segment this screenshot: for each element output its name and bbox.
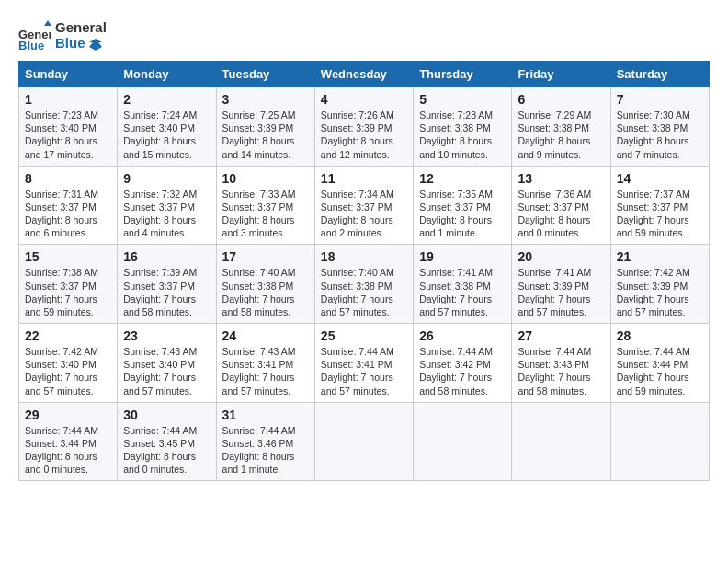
calendar-cell: 29 Sunrise: 7:44 AMSunset: 3:44 PMDaylig… <box>19 402 118 481</box>
calendar-header: SundayMondayTuesdayWednesdayThursdayFrid… <box>19 62 710 87</box>
calendar-table: SundayMondayTuesdayWednesdayThursdayFrid… <box>18 61 710 481</box>
calendar-cell: 23 Sunrise: 7:43 AMSunset: 3:40 PMDaylig… <box>118 324 216 403</box>
page-header: General Blue General Blue <box>18 18 710 52</box>
calendar-cell: 26 Sunrise: 7:44 AMSunset: 3:42 PMDaylig… <box>414 324 512 403</box>
weekday-sunday: Sunday <box>19 62 118 87</box>
weekday-saturday: Saturday <box>610 62 709 87</box>
day-number: 17 <box>222 249 309 264</box>
day-number: 13 <box>518 171 604 186</box>
day-number: 7 <box>617 92 703 107</box>
day-info: Sunrise: 7:42 AMSunset: 3:39 PMDaylight:… <box>617 266 703 318</box>
day-info: Sunrise: 7:42 AMSunset: 3:40 PMDaylight:… <box>25 345 111 397</box>
logo-blue: Blue <box>55 35 107 51</box>
calendar-cell: 6 Sunrise: 7:29 AMSunset: 3:38 PMDayligh… <box>512 87 610 167</box>
day-info: Sunrise: 7:25 AMSunset: 3:39 PMDaylight:… <box>222 109 309 161</box>
day-number: 9 <box>123 171 210 186</box>
calendar-cell: 17 Sunrise: 7:40 AMSunset: 3:38 PMDaylig… <box>216 245 314 324</box>
logo-bird-icon <box>89 38 102 51</box>
calendar-cell: 8 Sunrise: 7:31 AMSunset: 3:37 PMDayligh… <box>19 166 118 245</box>
week-row-3: 15 Sunrise: 7:38 AMSunset: 3:37 PMDaylig… <box>19 245 710 324</box>
day-number: 31 <box>222 408 309 422</box>
calendar-cell: 2 Sunrise: 7:24 AMSunset: 3:40 PMDayligh… <box>118 87 216 167</box>
day-number: 25 <box>321 328 407 343</box>
day-info: Sunrise: 7:44 AMSunset: 3:45 PMDaylight:… <box>123 424 210 477</box>
day-number: 18 <box>321 249 407 264</box>
logo-icon: General Blue <box>18 18 51 52</box>
calendar-cell <box>414 402 512 481</box>
calendar-cell: 19 Sunrise: 7:41 AMSunset: 3:38 PMDaylig… <box>414 245 512 324</box>
day-info: Sunrise: 7:34 AMSunset: 3:37 PMDaylight:… <box>321 188 407 240</box>
day-number: 15 <box>25 249 111 264</box>
calendar-cell: 12 Sunrise: 7:35 AMSunset: 3:37 PMDaylig… <box>414 166 512 245</box>
day-number: 24 <box>222 328 309 343</box>
day-info: Sunrise: 7:44 AMSunset: 3:44 PMDaylight:… <box>617 345 703 397</box>
day-number: 8 <box>25 171 111 186</box>
calendar-cell: 27 Sunrise: 7:44 AMSunset: 3:43 PMDaylig… <box>512 324 610 403</box>
calendar-cell: 21 Sunrise: 7:42 AMSunset: 3:39 PMDaylig… <box>610 245 709 324</box>
day-number: 30 <box>123 408 210 422</box>
day-number: 11 <box>321 171 407 186</box>
day-info: Sunrise: 7:35 AMSunset: 3:37 PMDaylight:… <box>419 188 506 240</box>
day-info: Sunrise: 7:43 AMSunset: 3:40 PMDaylight:… <box>123 345 210 397</box>
calendar-cell: 18 Sunrise: 7:40 AMSunset: 3:38 PMDaylig… <box>314 245 413 324</box>
calendar-cell: 14 Sunrise: 7:37 AMSunset: 3:37 PMDaylig… <box>610 166 709 245</box>
day-number: 3 <box>222 92 309 107</box>
calendar-cell: 10 Sunrise: 7:33 AMSunset: 3:37 PMDaylig… <box>216 166 314 245</box>
calendar-cell: 11 Sunrise: 7:34 AMSunset: 3:37 PMDaylig… <box>314 166 413 245</box>
calendar-cell: 5 Sunrise: 7:28 AMSunset: 3:38 PMDayligh… <box>414 87 512 167</box>
day-info: Sunrise: 7:44 AMSunset: 3:41 PMDaylight:… <box>321 345 407 397</box>
calendar-cell: 20 Sunrise: 7:41 AMSunset: 3:39 PMDaylig… <box>512 245 610 324</box>
calendar-body: 1 Sunrise: 7:23 AMSunset: 3:40 PMDayligh… <box>19 87 710 481</box>
week-row-4: 22 Sunrise: 7:42 AMSunset: 3:40 PMDaylig… <box>19 324 710 403</box>
calendar-cell: 28 Sunrise: 7:44 AMSunset: 3:44 PMDaylig… <box>610 324 709 403</box>
day-number: 1 <box>25 92 111 107</box>
weekday-header-row: SundayMondayTuesdayWednesdayThursdayFrid… <box>19 62 710 87</box>
weekday-friday: Friday <box>512 62 610 87</box>
day-number: 26 <box>419 328 506 343</box>
weekday-wednesday: Wednesday <box>314 62 413 87</box>
day-info: Sunrise: 7:30 AMSunset: 3:38 PMDaylight:… <box>617 109 703 161</box>
day-info: Sunrise: 7:38 AMSunset: 3:37 PMDaylight:… <box>25 266 111 318</box>
weekday-tuesday: Tuesday <box>216 62 314 87</box>
day-info: Sunrise: 7:24 AMSunset: 3:40 PMDaylight:… <box>123 109 210 161</box>
calendar-cell <box>314 402 413 481</box>
day-number: 10 <box>222 171 309 186</box>
day-info: Sunrise: 7:44 AMSunset: 3:42 PMDaylight:… <box>419 345 506 397</box>
day-info: Sunrise: 7:32 AMSunset: 3:37 PMDaylight:… <box>123 188 210 240</box>
calendar-cell <box>512 402 610 481</box>
calendar-cell: 15 Sunrise: 7:38 AMSunset: 3:37 PMDaylig… <box>19 245 118 324</box>
day-number: 2 <box>123 92 210 107</box>
day-number: 16 <box>123 249 210 264</box>
day-info: Sunrise: 7:28 AMSunset: 3:38 PMDaylight:… <box>419 109 506 161</box>
svg-marker-3 <box>89 39 102 51</box>
weekday-monday: Monday <box>118 62 216 87</box>
day-number: 29 <box>25 408 111 422</box>
day-number: 27 <box>518 328 604 343</box>
day-number: 6 <box>518 92 604 107</box>
day-info: Sunrise: 7:41 AMSunset: 3:39 PMDaylight:… <box>518 266 604 318</box>
day-info: Sunrise: 7:26 AMSunset: 3:39 PMDaylight:… <box>321 109 407 161</box>
week-row-2: 8 Sunrise: 7:31 AMSunset: 3:37 PMDayligh… <box>19 166 710 245</box>
day-info: Sunrise: 7:37 AMSunset: 3:37 PMDaylight:… <box>617 188 703 240</box>
day-info: Sunrise: 7:41 AMSunset: 3:38 PMDaylight:… <box>419 266 506 318</box>
day-info: Sunrise: 7:31 AMSunset: 3:37 PMDaylight:… <box>25 188 111 240</box>
logo: General Blue General Blue <box>18 18 107 52</box>
weekday-thursday: Thursday <box>414 62 512 87</box>
calendar-cell: 22 Sunrise: 7:42 AMSunset: 3:40 PMDaylig… <box>19 324 118 403</box>
day-number: 21 <box>617 249 703 264</box>
calendar-cell: 7 Sunrise: 7:30 AMSunset: 3:38 PMDayligh… <box>610 87 709 167</box>
day-number: 23 <box>123 328 210 343</box>
day-number: 28 <box>617 328 703 343</box>
calendar-cell <box>610 402 709 481</box>
calendar-cell: 24 Sunrise: 7:43 AMSunset: 3:41 PMDaylig… <box>216 324 314 403</box>
day-info: Sunrise: 7:43 AMSunset: 3:41 PMDaylight:… <box>222 345 309 397</box>
calendar-cell: 13 Sunrise: 7:36 AMSunset: 3:37 PMDaylig… <box>512 166 610 245</box>
day-number: 20 <box>518 249 604 264</box>
day-number: 14 <box>617 171 703 186</box>
day-info: Sunrise: 7:44 AMSunset: 3:44 PMDaylight:… <box>25 424 111 477</box>
day-number: 19 <box>419 249 506 264</box>
logo-general: General <box>55 19 107 35</box>
calendar-cell: 1 Sunrise: 7:23 AMSunset: 3:40 PMDayligh… <box>19 87 118 167</box>
day-info: Sunrise: 7:40 AMSunset: 3:38 PMDaylight:… <box>222 266 309 318</box>
day-info: Sunrise: 7:23 AMSunset: 3:40 PMDaylight:… <box>25 109 111 161</box>
